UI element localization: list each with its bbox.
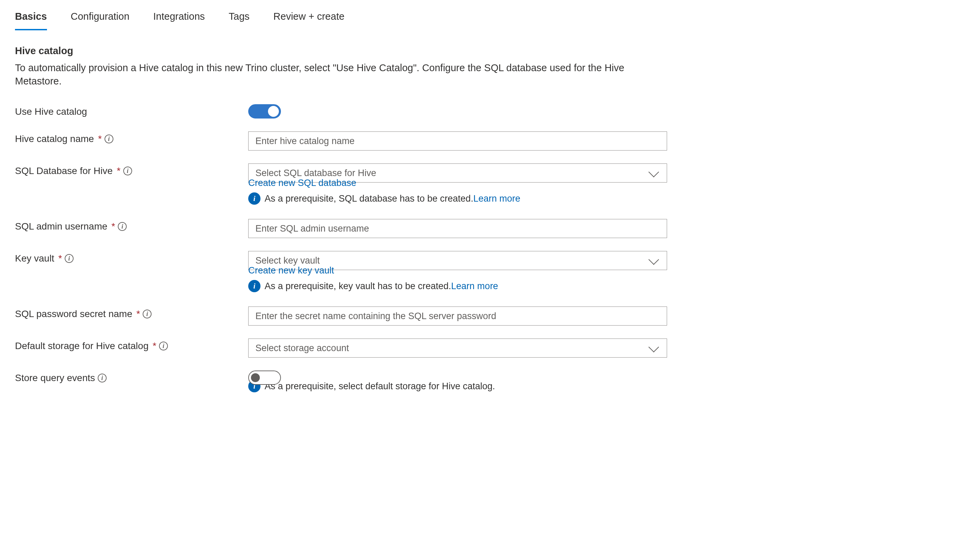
- required-asterisk: *: [58, 253, 62, 264]
- sql-learn-more-link[interactable]: Learn more: [473, 194, 520, 203]
- info-icon[interactable]: i: [98, 374, 107, 382]
- toggle-knob: [268, 106, 279, 117]
- hive-catalog-name-input[interactable]: [248, 132, 667, 151]
- info-icon[interactable]: i: [118, 222, 127, 231]
- info-icon[interactable]: i: [143, 310, 151, 318]
- kv-prereq-text: As a prerequisite, key vault has to be c…: [264, 281, 451, 291]
- info-badge-icon: i: [248, 280, 261, 292]
- chevron-down-icon: [648, 342, 659, 353]
- tab-configuration[interactable]: Configuration: [71, 7, 130, 30]
- required-asterisk: *: [111, 221, 115, 232]
- default-storage-placeholder: Select storage account: [255, 343, 349, 353]
- required-asterisk: *: [153, 340, 156, 351]
- info-icon[interactable]: i: [123, 167, 132, 175]
- required-asterisk: *: [117, 165, 121, 176]
- use-hive-label: Use Hive catalog: [15, 106, 87, 117]
- info-badge-icon: i: [248, 192, 261, 205]
- info-icon[interactable]: i: [105, 135, 113, 143]
- tab-strip: Basics Configuration Integrations Tags R…: [15, 7, 965, 30]
- required-asterisk: *: [98, 134, 102, 145]
- sql-password-secret-label: SQL password secret name: [15, 308, 132, 320]
- required-asterisk: *: [136, 308, 140, 320]
- store-query-events-toggle[interactable]: [248, 370, 281, 385]
- section-description: To automatically provision a Hive catalo…: [15, 61, 655, 88]
- tab-tags[interactable]: Tags: [229, 7, 250, 30]
- sql-database-label: SQL Database for Hive: [15, 165, 113, 176]
- sql-admin-username-input[interactable]: [248, 219, 667, 238]
- toggle-knob: [251, 373, 260, 382]
- info-icon[interactable]: i: [65, 254, 73, 263]
- chevron-down-icon: [648, 254, 659, 265]
- sql-database-placeholder: Select SQL database for Hive: [255, 168, 376, 178]
- section-title: Hive catalog: [15, 45, 965, 57]
- info-icon[interactable]: i: [159, 342, 168, 350]
- tab-basics[interactable]: Basics: [15, 7, 47, 30]
- default-storage-select[interactable]: Select storage account: [248, 339, 667, 358]
- tab-review-create[interactable]: Review + create: [274, 7, 345, 30]
- kv-learn-more-link[interactable]: Learn more: [451, 281, 498, 291]
- storage-prereq-text: As a prerequisite, select default storag…: [264, 381, 495, 392]
- default-storage-label: Default storage for Hive catalog: [15, 340, 148, 351]
- use-hive-toggle[interactable]: [248, 104, 281, 119]
- sql-password-secret-input[interactable]: [248, 307, 667, 326]
- sql-admin-username-label: SQL admin username: [15, 221, 107, 232]
- chevron-down-icon: [648, 167, 659, 177]
- key-vault-label: Key vault: [15, 253, 54, 264]
- sql-prereq-text: As a prerequisite, SQL database has to b…: [264, 194, 473, 203]
- hive-catalog-name-label: Hive catalog name: [15, 134, 94, 145]
- key-vault-placeholder: Select key vault: [255, 256, 320, 266]
- tab-integrations[interactable]: Integrations: [153, 7, 205, 30]
- store-query-events-label: Store query events: [15, 373, 95, 383]
